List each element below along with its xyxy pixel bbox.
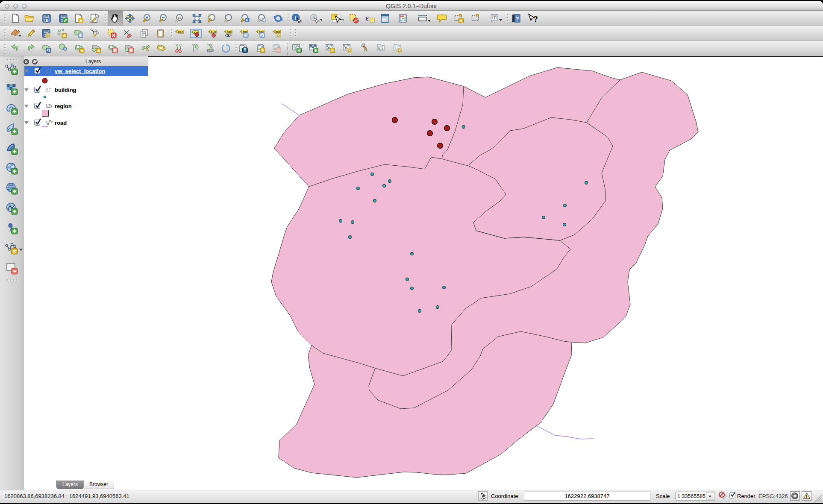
svg-text:ε: ε	[365, 13, 369, 22]
svg-text:1:1: 1:1	[177, 16, 182, 19]
svg-text:abc: abc	[276, 30, 281, 33]
svg-text:abc: abc	[178, 30, 183, 33]
svg-text:?: ?	[534, 15, 538, 23]
svg-text:T: T	[494, 15, 496, 20]
svg-text:?: ?	[516, 15, 519, 22]
svg-text:abc: abc	[227, 30, 232, 33]
